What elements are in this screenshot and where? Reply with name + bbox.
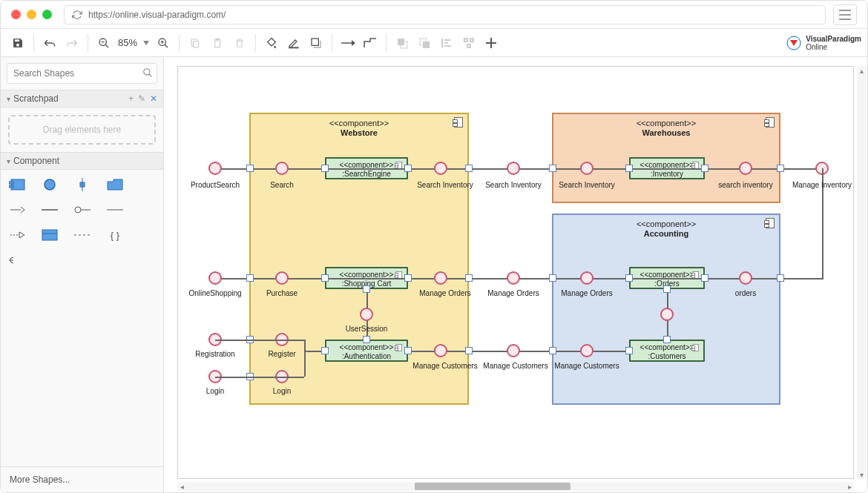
port-node[interactable] [465, 347, 473, 354]
port-node[interactable] [549, 347, 556, 354]
port-node[interactable] [549, 165, 556, 172]
palette-component-icon[interactable] [8, 177, 26, 192]
palette-interface-icon[interactable] [41, 177, 59, 192]
port-node[interactable] [465, 274, 473, 282]
interface-node[interactable] [660, 308, 674, 321]
scratchpad-dropzone[interactable]: Drag elements here [8, 115, 156, 145]
horizontal-scrollbar[interactable]: ◂ ▸ [177, 482, 854, 491]
connector-style-button[interactable] [337, 32, 359, 54]
interface-node[interactable] [434, 162, 447, 175]
port-node[interactable] [363, 336, 370, 343]
port-node[interactable] [465, 165, 473, 172]
port-node[interactable] [701, 274, 708, 282]
url-bar[interactable]: https://online.visual-paradigm.com/ [64, 5, 826, 24]
delete-button[interactable] [228, 32, 251, 54]
zoom-out-button[interactable] [93, 32, 115, 54]
interface-node[interactable] [580, 344, 594, 357]
scroll-down-icon[interactable]: ▾ [857, 470, 866, 479]
minimize-window-icon[interactable] [27, 10, 36, 19]
scroll-up-icon[interactable]: ▴ [857, 66, 866, 75]
interface-node[interactable] [434, 271, 447, 285]
to-back-button[interactable] [413, 32, 435, 54]
paste-button[interactable] [206, 32, 228, 54]
add-button[interactable] [480, 32, 502, 54]
port-node[interactable] [246, 274, 254, 282]
palette-assoc-icon[interactable] [106, 202, 124, 217]
port-node[interactable] [701, 165, 708, 172]
port-node[interactable] [321, 165, 329, 172]
scroll-left-icon[interactable]: ◂ [177, 482, 186, 491]
scroll-thumb[interactable] [415, 483, 571, 490]
palette-constraint-icon[interactable]: { } [106, 228, 124, 242]
port-node[interactable] [321, 347, 329, 354]
interface-node[interactable] [208, 271, 222, 285]
canvas-area[interactable]: <<component>>Webstore <<component>>Wareh… [164, 57, 867, 492]
hamburger-menu-button[interactable] [833, 4, 857, 25]
search-shapes-input[interactable] [7, 63, 157, 84]
undo-button[interactable] [39, 32, 61, 54]
interface-node[interactable] [739, 162, 752, 175]
port-node[interactable] [404, 165, 412, 172]
waypoint-button[interactable] [359, 32, 381, 54]
reload-icon[interactable] [72, 10, 82, 20]
interface-node[interactable] [507, 271, 520, 285]
port-node[interactable] [549, 274, 556, 282]
scratchpad-header[interactable]: ▾ Scratchpad + ✎ ✕ [1, 90, 163, 107]
port-node[interactable] [625, 347, 633, 354]
interface-node[interactable] [580, 162, 594, 175]
port-node[interactable] [363, 285, 370, 293]
interface-node[interactable] [739, 271, 752, 285]
interface-node[interactable] [275, 271, 289, 285]
interface-node[interactable] [580, 271, 594, 285]
search-icon[interactable] [142, 67, 153, 78]
vertical-scrollbar[interactable]: ▴ ▾ [857, 66, 866, 479]
zoom-in-button[interactable] [152, 32, 174, 54]
align-button[interactable] [435, 32, 458, 54]
palette-package-icon[interactable] [106, 177, 124, 192]
interface-node[interactable] [275, 162, 289, 175]
port-node[interactable] [663, 285, 671, 293]
port-node[interactable] [625, 274, 633, 282]
component-panel-header[interactable]: ▾ Component [1, 152, 163, 170]
palette-dependency-icon[interactable] [8, 202, 26, 217]
stroke-button[interactable] [283, 32, 305, 54]
copy-button[interactable] [184, 32, 206, 54]
distribute-button[interactable] [458, 32, 480, 54]
palette-class-icon[interactable] [41, 228, 59, 242]
palette-realize-icon[interactable] [8, 228, 26, 242]
zoom-level[interactable]: 85% [115, 37, 140, 48]
interface-node[interactable] [208, 162, 222, 175]
redo-button[interactable] [61, 32, 83, 54]
port-node[interactable] [404, 347, 412, 354]
interface-node[interactable] [507, 162, 520, 175]
port-node[interactable] [777, 274, 784, 282]
save-button[interactable] [7, 32, 29, 54]
port-node[interactable] [404, 274, 412, 282]
fill-button[interactable] [260, 32, 283, 54]
interface-node[interactable] [507, 344, 520, 357]
interface-node[interactable] [434, 344, 447, 357]
more-shapes-button[interactable]: More Shapes... [1, 466, 163, 492]
scroll-right-icon[interactable]: ▸ [845, 482, 854, 491]
palette-line-icon[interactable] [41, 202, 59, 217]
palette-required-icon[interactable] [8, 253, 26, 268]
port-node[interactable] [663, 336, 671, 343]
close-window-icon[interactable] [11, 10, 21, 19]
palette-provided-icon[interactable] [73, 202, 91, 217]
zoom-dropdown[interactable] [140, 32, 152, 54]
palette-dashed-icon[interactable] [73, 228, 91, 242]
brand-logo[interactable]: VisualParadigmOnline [786, 35, 861, 51]
maximize-window-icon[interactable] [42, 10, 52, 19]
interface-node[interactable] [360, 308, 373, 321]
port-node[interactable] [321, 274, 329, 282]
port-node[interactable] [777, 165, 784, 172]
scratchpad-edit-icon[interactable]: ✎ [138, 93, 145, 104]
scratchpad-add-icon[interactable]: + [128, 93, 134, 104]
to-front-button[interactable] [391, 32, 413, 54]
scratchpad-close-icon[interactable]: ✕ [150, 93, 157, 104]
palette-port-icon[interactable] [73, 177, 91, 192]
port-node[interactable] [246, 165, 254, 172]
diagram-canvas[interactable]: <<component>>Webstore <<component>>Wareh… [177, 66, 854, 479]
port-node[interactable] [625, 165, 633, 172]
shadow-button[interactable] [305, 32, 327, 54]
